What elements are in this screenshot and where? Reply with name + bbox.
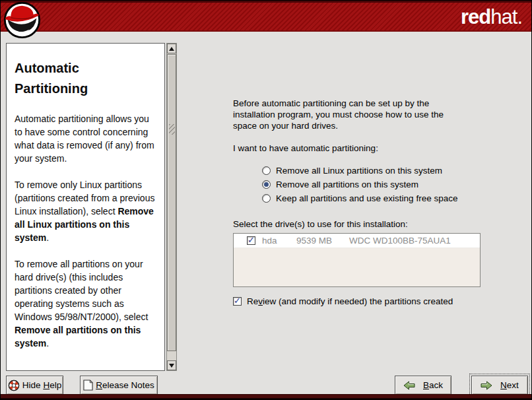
- review-label: Review (and modify if needed) the partit…: [247, 296, 453, 306]
- radio-button-selected-icon[interactable]: [262, 180, 271, 189]
- intro-text: Before automatic partitioning can be set…: [233, 98, 465, 131]
- scroll-up-button[interactable]: [167, 44, 176, 53]
- redhat-shadowman-logo-icon: [3, 1, 41, 39]
- scrollbar-thumb[interactable]: [167, 54, 176, 351]
- checkmark-icon: ✓: [234, 296, 241, 306]
- bottom-border-strip: [1, 394, 531, 399]
- scroll-down-button[interactable]: [167, 360, 176, 370]
- drive-device: hda: [262, 236, 296, 246]
- arrow-right-icon: [481, 381, 492, 390]
- hide-help-label: Hide Help: [22, 380, 61, 390]
- review-checkbox[interactable]: ✓: [233, 297, 242, 306]
- drive-model: WDC WD100BB-75AUA1: [349, 236, 451, 246]
- drive-list[interactable]: ✓ hda 9539 MB WDC WD100BB-75AUA1: [233, 233, 481, 287]
- radio-remove-linux-partitions[interactable]: Remove all Linux partitions on this syst…: [262, 164, 457, 178]
- help-panel: Automatic Partitioning Automatic partiti…: [6, 43, 165, 371]
- release-notes-label: Release Notes: [96, 380, 154, 390]
- help-paragraph-3: To remove all partitions on your hard dr…: [15, 257, 156, 350]
- scroll-down-arrow-icon: [169, 364, 174, 368]
- brand-red: red: [461, 5, 490, 28]
- drive-checkbox[interactable]: ✓: [247, 236, 255, 245]
- arrow-left-icon: [403, 381, 415, 390]
- radio-button-icon[interactable]: [262, 194, 271, 203]
- radio-remove-all-partitions[interactable]: Remove all partitions on this system: [262, 178, 457, 191]
- installer-window: redhat. Automatic Partitioning Automatic…: [0, 0, 532, 400]
- document-icon: [83, 380, 93, 391]
- help-paragraph-1: Automatic partitioning allows you to hav…: [15, 112, 156, 165]
- top-banner: redhat.: [1, 1, 531, 32]
- radio-keep-all-partitions[interactable]: Keep all partitions and use existing fre…: [262, 191, 457, 205]
- review-partitions-option[interactable]: ✓ Review (and modify if needed) the part…: [233, 296, 453, 306]
- help-scrollbar[interactable]: [166, 43, 177, 371]
- scroll-up-arrow-icon: [169, 47, 174, 51]
- scrollbar-grip-icon: [169, 124, 175, 135]
- partitioning-radio-group: Remove all Linux partitions on this syst…: [262, 164, 457, 205]
- release-notes-button[interactable]: Release Notes: [80, 376, 158, 395]
- next-label: Next: [500, 380, 519, 390]
- life-preserver-icon: [8, 380, 20, 391]
- hide-help-button[interactable]: Hide Help: [6, 376, 63, 395]
- drive-size: 9539 MB: [296, 236, 349, 246]
- partitioning-prompt: I want to have automatic partitioning:: [233, 143, 378, 153]
- back-label: Back: [423, 380, 443, 390]
- help-paragraph-2: To remove only Linux partitions (partiti…: [15, 178, 156, 244]
- checkmark-icon: ✓: [248, 235, 255, 245]
- next-button[interactable]: Next: [471, 376, 528, 395]
- help-title: Automatic Partitioning: [15, 58, 130, 99]
- drives-label: Select the drive(s) to use for this inst…: [233, 219, 408, 229]
- redhat-wordmark: redhat.: [461, 6, 522, 28]
- brand-hat: hat.: [490, 5, 522, 28]
- drive-row-hda[interactable]: ✓ hda 9539 MB WDC WD100BB-75AUA1: [234, 234, 480, 248]
- back-button[interactable]: Back: [395, 376, 451, 395]
- radio-button-icon[interactable]: [262, 166, 271, 175]
